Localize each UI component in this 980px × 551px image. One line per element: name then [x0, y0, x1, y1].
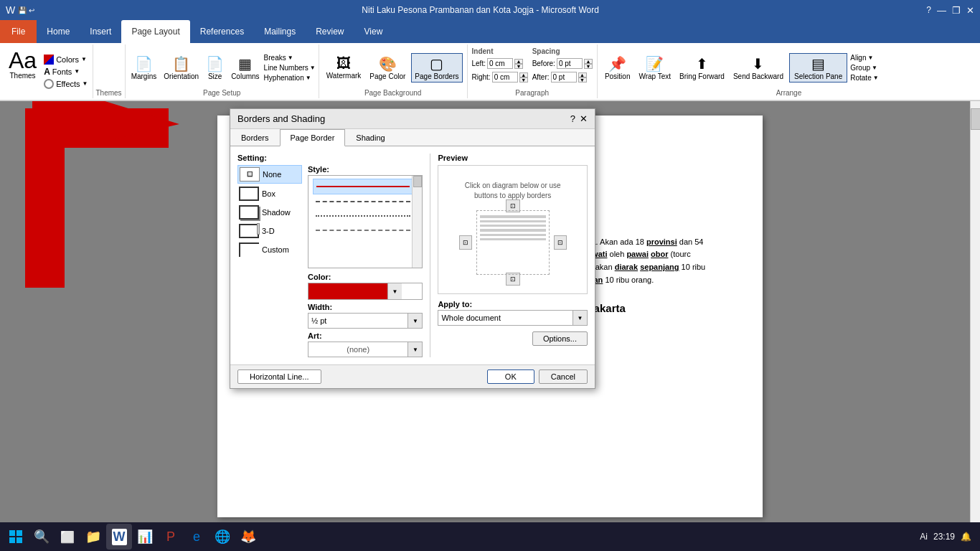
- setting-options: 🔲 None Box Shadow: [237, 165, 302, 357]
- width-dropdown-button[interactable]: ▼: [407, 314, 422, 328]
- spacing-before-spinner[interactable]: ▲ ▼: [584, 59, 593, 69]
- style-scroll-area[interactable]: [308, 175, 423, 268]
- svg-rect-7: [9, 530, 15, 536]
- scrollbar-thumb[interactable]: [971, 108, 980, 130]
- spacing-after-spinner[interactable]: ▲ ▼: [578, 72, 587, 83]
- preview-right-border-btn[interactable]: ⊡: [554, 235, 567, 250]
- pageborders-button[interactable]: ▢ Page Borders: [411, 53, 462, 83]
- apply-to-select[interactable]: Whole document ▼: [438, 310, 588, 326]
- setting-none[interactable]: 🔲 None: [237, 165, 302, 184]
- style-label: Style:: [308, 165, 423, 174]
- taskbar-edge[interactable]: e: [184, 524, 209, 550]
- linenumbers-button[interactable]: Line Numbers▼: [264, 64, 316, 72]
- horizontal-line-button[interactable]: Horizontal Line...: [237, 369, 321, 384]
- preview-left-border-btn[interactable]: ⊡: [459, 235, 472, 250]
- taskbar-search[interactable]: 🔍: [29, 524, 55, 550]
- setting-custom[interactable]: Custom: [237, 241, 302, 258]
- art-select[interactable]: (none) ▼: [308, 342, 423, 357]
- tab-review[interactable]: Review: [306, 20, 354, 43]
- ribbon: File Home Insert Page Layout References …: [0, 20, 980, 101]
- apply-to-dropdown-btn[interactable]: ▼: [573, 311, 587, 325]
- size-button[interactable]: 📄 Size: [203, 54, 227, 82]
- taskbar-start[interactable]: [3, 524, 29, 550]
- close-button[interactable]: ✕: [966, 5, 974, 16]
- color-swatch: [308, 283, 387, 299]
- tab-shading[interactable]: Shading: [345, 129, 395, 146]
- themes-button[interactable]: Aa Themes: [4, 47, 41, 95]
- svg-rect-4: [25, 123, 65, 288]
- color-dropdown-button[interactable]: ▼: [387, 283, 402, 299]
- tab-home[interactable]: Home: [37, 20, 80, 43]
- wraptext-button[interactable]: 📝 Wrap Text: [636, 54, 674, 82]
- group-button[interactable]: Group▼: [850, 64, 878, 72]
- minimize-button[interactable]: —: [937, 5, 946, 16]
- setting-shadow[interactable]: Shadow: [237, 204, 302, 221]
- dialog-close-button[interactable]: ✕: [580, 113, 588, 124]
- spacing-after-input[interactable]: [551, 72, 577, 83]
- paragraph-group: Indent Left: ▲ ▼ Right: ▲: [468, 44, 598, 98]
- tab-file[interactable]: File: [0, 20, 37, 43]
- spacing-before-input[interactable]: [557, 58, 583, 69]
- taskbar-excel[interactable]: 📊: [132, 524, 158, 550]
- colors-button[interactable]: Colors ▼: [44, 55, 88, 65]
- pagecolor-button[interactable]: 🎨 Page Color: [367, 54, 408, 82]
- style-scrollbar[interactable]: [412, 176, 422, 268]
- ok-button[interactable]: OK: [487, 369, 534, 384]
- columns-button[interactable]: ▦ Columns: [228, 54, 262, 82]
- title-bar-title: Niti Laku Pesona Prambanan dan Kota Jogj…: [34, 5, 926, 15]
- style-solid[interactable]: [313, 179, 418, 194]
- cancel-button[interactable]: Cancel: [539, 369, 588, 384]
- effects-button[interactable]: Effects ▼: [44, 79, 88, 89]
- taskbar-cortana[interactable]: ⬜: [55, 524, 80, 550]
- tab-mailings[interactable]: Mailings: [254, 20, 306, 43]
- setting-label: Setting:: [237, 154, 423, 162]
- options-button[interactable]: Options...: [532, 331, 588, 346]
- setting-3d[interactable]: 3-D: [237, 222, 302, 240]
- help-icon[interactable]: ?: [926, 5, 931, 15]
- breaks-button[interactable]: Breaks▼: [264, 54, 316, 62]
- preview-diagram: ⊡ ⊡ ⊡ ⊡: [466, 207, 560, 278]
- style-dashdot[interactable]: [313, 223, 418, 237]
- tab-pagelayout[interactable]: Page Layout: [121, 20, 189, 43]
- hyphenation-button[interactable]: Hyphenation▼: [264, 74, 316, 82]
- width-select[interactable]: ½ pt ▼: [308, 313, 423, 329]
- taskbar-file-explorer[interactable]: 📁: [80, 524, 106, 550]
- indent-left-input[interactable]: [487, 58, 513, 69]
- dialog-help-button[interactable]: ?: [570, 113, 575, 124]
- page-setup-group: 📄 Margins 📋 Orientation 📄 Size ▦ Columns: [125, 44, 319, 98]
- spacing-after-row: After: ▲ ▼: [532, 72, 593, 83]
- svg-rect-9: [9, 537, 15, 543]
- taskbar-word[interactable]: W: [106, 524, 132, 550]
- taskbar-ppt[interactable]: P: [158, 524, 184, 550]
- tab-view[interactable]: View: [354, 20, 393, 43]
- watermark-button[interactable]: 🖼 Watermark: [324, 54, 364, 81]
- indent-left-spinner[interactable]: ▲ ▼: [514, 59, 523, 69]
- tab-insert[interactable]: Insert: [80, 20, 121, 43]
- setting-box-icon: [239, 187, 259, 201]
- notifications-button[interactable]: 🔔: [961, 532, 971, 542]
- style-dashed1[interactable]: [313, 194, 418, 209]
- selectionpane-button[interactable]: ▤ Selection Pane: [789, 53, 847, 83]
- indent-right-spinner[interactable]: ▲ ▼: [519, 72, 528, 83]
- art-dropdown-button[interactable]: ▼: [407, 342, 422, 357]
- restore-button[interactable]: ❐: [952, 5, 961, 16]
- margins-button[interactable]: 📄 Margins: [128, 54, 160, 82]
- orientation-button[interactable]: 📋 Orientation: [161, 54, 202, 82]
- sendbackward-button[interactable]: ⬇ Send Backward: [730, 54, 786, 82]
- taskbar-firefox[interactable]: 🦊: [235, 524, 261, 550]
- position-button[interactable]: 📌 Position: [602, 54, 633, 82]
- fonts-button[interactable]: A Fonts ▼: [44, 67, 88, 77]
- tab-pageborder[interactable]: Page Border: [280, 129, 346, 146]
- style-scrollbar-thumb[interactable]: [413, 176, 422, 187]
- indent-right-input[interactable]: [492, 72, 518, 83]
- setting-box[interactable]: Box: [237, 185, 302, 202]
- paragraph-group-label: Paragraph: [472, 89, 593, 97]
- tab-references[interactable]: References: [190, 20, 254, 43]
- vertical-scrollbar[interactable]: [970, 101, 980, 532]
- taskbar-chrome[interactable]: 🌐: [209, 524, 235, 550]
- style-dashed2[interactable]: [313, 209, 418, 223]
- bringforward-button[interactable]: ⬆ Bring Forward: [677, 54, 727, 82]
- tab-borders[interactable]: Borders: [230, 129, 280, 146]
- align-button[interactable]: Align▼: [850, 54, 878, 62]
- rotate-button[interactable]: Rotate▼: [850, 74, 878, 82]
